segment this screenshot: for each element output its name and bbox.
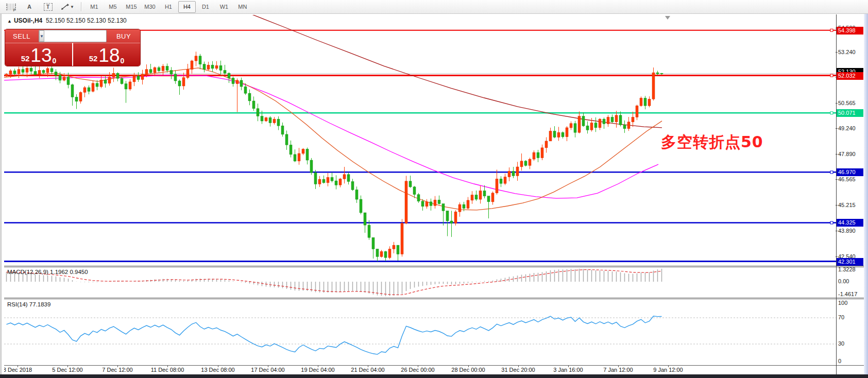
buy-button[interactable]: BUY bbox=[107, 32, 140, 40]
candle-body bbox=[162, 66, 164, 71]
ma-fast-orange[interactable] bbox=[4, 68, 662, 210]
sell-price-main: 13 bbox=[30, 47, 52, 64]
sell-price-button[interactable]: 52 13 0 bbox=[5, 43, 73, 66]
date-label: 3 Dec 2018 bbox=[3, 367, 32, 373]
candle-body bbox=[557, 132, 560, 137]
trendline-angle-icon[interactable]: ▼ bbox=[58, 1, 77, 13]
volume-input[interactable] bbox=[44, 30, 107, 42]
candle-body bbox=[611, 117, 614, 122]
candle-body bbox=[108, 77, 111, 83]
candle-body bbox=[75, 97, 78, 101]
candle-body bbox=[322, 179, 325, 183]
candle-body bbox=[34, 72, 37, 75]
candle-body bbox=[524, 161, 527, 166]
chart-annotation-text: 多空转折点50 bbox=[661, 132, 763, 153]
candle-body bbox=[22, 70, 24, 73]
candle-body bbox=[393, 245, 395, 249]
candle-body bbox=[67, 77, 70, 85]
ma-long-darkred[interactable] bbox=[251, 15, 662, 128]
macd-canvas[interactable] bbox=[4, 267, 836, 298]
buy-price-button[interactable]: 52 18 0 bbox=[73, 43, 140, 66]
candle-body bbox=[599, 119, 601, 128]
price-tick-46.565: 46.565 bbox=[838, 176, 856, 182]
collapse-triangle-icon[interactable]: ▲ bbox=[7, 19, 12, 24]
candle-body bbox=[632, 117, 634, 122]
candle-body bbox=[578, 116, 581, 133]
text-label-icon[interactable]: A bbox=[21, 1, 38, 13]
candle-body bbox=[594, 123, 597, 128]
macd-header: MACD(12,26,9) 1.1962 0.9450 bbox=[7, 269, 88, 275]
candle-body bbox=[479, 191, 482, 199]
date-label: 13 Dec 08:00 bbox=[201, 367, 234, 373]
candle-body bbox=[508, 171, 510, 177]
candle-body bbox=[178, 81, 181, 86]
sell-button[interactable]: SELL bbox=[5, 32, 38, 40]
candle-body bbox=[467, 200, 469, 209]
trendline-endpoint-marker[interactable] bbox=[830, 171, 833, 174]
symbol-name: USOil-,H4 bbox=[14, 17, 42, 24]
candle-body bbox=[141, 74, 144, 79]
candle-body bbox=[372, 237, 375, 249]
trendline-endpoint-marker[interactable] bbox=[830, 112, 833, 114]
price-tick-43.890: 43.890 bbox=[838, 228, 856, 234]
candle-body bbox=[570, 124, 572, 128]
candle-body bbox=[5, 74, 8, 76]
trendline-endpoint-marker[interactable] bbox=[830, 74, 833, 77]
candle-body bbox=[145, 70, 148, 74]
timeframe-button-m30[interactable]: M30 bbox=[141, 1, 159, 13]
macd-signal-line bbox=[7, 270, 662, 295]
candle-body bbox=[137, 76, 140, 80]
timeframe-button-h4[interactable]: H4 bbox=[178, 1, 196, 13]
candle-body bbox=[339, 179, 342, 185]
timeframe-button-m15[interactable]: M15 bbox=[123, 1, 140, 13]
candle-body bbox=[112, 73, 115, 77]
candle-body bbox=[191, 61, 193, 70]
candle-body bbox=[446, 211, 449, 221]
timeframe-button-h1[interactable]: H1 bbox=[160, 1, 177, 13]
candle-body bbox=[496, 179, 498, 193]
crosshair-grid-icon[interactable]: F bbox=[2, 1, 20, 13]
trade-panel-prices: 52 13 0 52 18 0 bbox=[5, 43, 140, 66]
candle-body bbox=[615, 115, 618, 122]
candle-body bbox=[261, 116, 263, 121]
timeframe-button-m1[interactable]: M1 bbox=[86, 1, 103, 13]
timeframe-button-d1[interactable]: D1 bbox=[197, 1, 214, 13]
date-tick bbox=[67, 365, 68, 367]
timeframe-button-w1[interactable]: W1 bbox=[215, 1, 233, 13]
candle-body bbox=[154, 67, 156, 73]
level-badge-50.071: 50.071 bbox=[837, 109, 863, 117]
chart-shift-marker-icon[interactable] bbox=[665, 16, 670, 20]
candle-body bbox=[158, 67, 160, 71]
trendline-endpoint-marker[interactable] bbox=[830, 29, 833, 31]
rsi-canvas[interactable] bbox=[4, 299, 836, 365]
candle-body bbox=[450, 221, 453, 224]
buy-price-handle: 52 bbox=[89, 54, 98, 64]
candle-body bbox=[405, 181, 407, 224]
candle-body bbox=[281, 126, 284, 134]
date-label: 7 Jan 12:00 bbox=[603, 367, 633, 373]
candle-body bbox=[248, 93, 251, 101]
date-tick bbox=[418, 365, 418, 367]
candle-body bbox=[549, 131, 552, 141]
candle-body bbox=[104, 80, 107, 83]
candle-body bbox=[236, 80, 239, 84]
candle-body bbox=[228, 73, 230, 78]
candle-body bbox=[59, 75, 61, 80]
trendline-endpoint-marker[interactable] bbox=[830, 221, 833, 224]
price-tick-47.890: 47.890 bbox=[838, 151, 856, 157]
date-tick bbox=[368, 365, 368, 367]
candle-body bbox=[26, 68, 28, 72]
candle-body bbox=[219, 65, 222, 70]
candle-body bbox=[149, 70, 152, 73]
candle-body bbox=[71, 84, 74, 97]
date-label: 9 Jan 12:00 bbox=[653, 367, 683, 373]
timeframe-button-mn[interactable]: MN bbox=[234, 1, 251, 13]
candle-body bbox=[471, 195, 473, 200]
candle-body bbox=[355, 190, 358, 200]
price-tick-53.240: 53.240 bbox=[838, 49, 856, 55]
text-box-icon[interactable]: T bbox=[39, 1, 57, 13]
rsi-axis-0: 0 bbox=[838, 358, 841, 364]
volume-decrease-button[interactable]: ▼ bbox=[39, 30, 44, 42]
timeframe-button-m5[interactable]: M5 bbox=[104, 1, 122, 13]
level-badge-46.970: 46.970 bbox=[837, 168, 863, 176]
